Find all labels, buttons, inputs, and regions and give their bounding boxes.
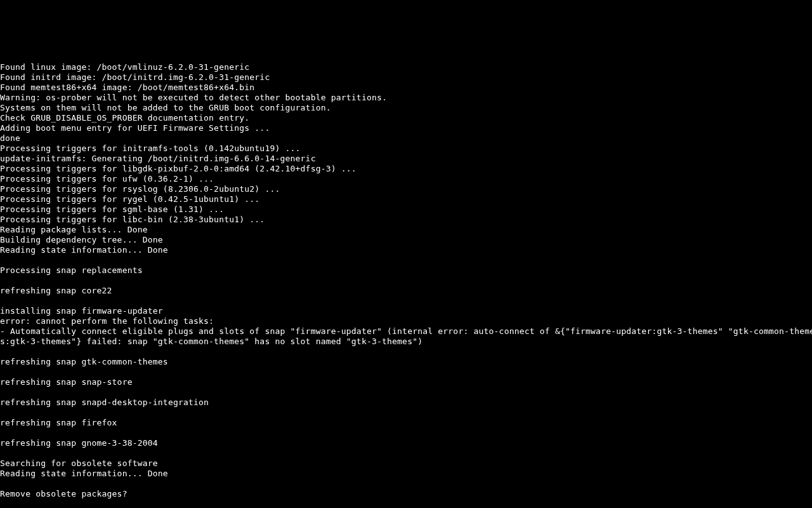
terminal-line: update-initramfs: Generating /boot/initr… [0, 154, 812, 164]
terminal-line: refreshing snap snapd-desktop-integratio… [0, 398, 812, 408]
terminal-line: refreshing snap snap-store [0, 377, 812, 387]
terminal-line: error: cannot perform the following task… [0, 316, 812, 326]
terminal-line: refreshing snap gtk-common-themes [0, 357, 812, 367]
terminal-line [0, 347, 812, 357]
terminal-line: Searching for obsolete software [0, 458, 812, 469]
terminal-line [0, 448, 812, 458]
terminal-line: Found initrd image: /boot/initrd.img-6.2… [0, 72, 812, 83]
terminal-line: Reading state information... Done [0, 245, 812, 255]
terminal-line: Reading package lists... Done [0, 225, 812, 235]
terminal-line: refreshing snap core22 [0, 286, 812, 296]
terminal-line: refreshing snap gnome-3-38-2004 [0, 438, 812, 448]
terminal-line [0, 296, 812, 306]
terminal-line: - Automatically connect eligible plugs a… [0, 326, 812, 337]
terminal-line [0, 367, 812, 377]
terminal-line: Found linux image: /boot/vmlinuz-6.2.0-3… [0, 62, 812, 72]
terminal-line: Warning: os-prober will not be executed … [0, 93, 812, 103]
terminal-line [0, 428, 812, 438]
terminal-line [0, 276, 812, 286]
terminal-line: installing snap firmware-updater [0, 306, 812, 316]
terminal-line: Processing triggers for initramfs-tools … [0, 144, 812, 154]
terminal-line [0, 499, 812, 508]
terminal-line: s:gtk-3-themes"} failed: snap "gtk-commo… [0, 337, 812, 347]
terminal-line: Processing triggers for sgml-base (1.31)… [0, 204, 812, 215]
terminal-line [0, 255, 812, 265]
terminal-line: Processing triggers for libc-bin (2.38-3… [0, 215, 812, 225]
terminal-line: Remove obsolete packages? [0, 489, 812, 499]
terminal-output[interactable]: Found linux image: /boot/vmlinuz-6.2.0-3… [0, 41, 812, 508]
terminal-line: Processing triggers for rygel (0.42.5-1u… [0, 194, 812, 204]
terminal-line: Adding boot menu entry for UEFI Firmware… [0, 123, 812, 133]
terminal-line: Processing triggers for libgdk-pixbuf-2.… [0, 164, 812, 174]
terminal-line: Processing triggers for rsyslog (8.2306.… [0, 184, 812, 194]
terminal-line [0, 479, 812, 489]
terminal-line: Reading state information... Done [0, 469, 812, 479]
terminal-line [0, 408, 812, 418]
terminal-line: Found memtest86+x64 image: /boot/memtest… [0, 83, 812, 93]
terminal-line: done [0, 133, 812, 144]
terminal-line: Building dependency tree... Done [0, 235, 812, 245]
terminal-line: refreshing snap firefox [0, 418, 812, 428]
terminal-line: Systems on them will not be added to the… [0, 103, 812, 113]
terminal-line: Check GRUB_DISABLE_OS_PROBER documentati… [0, 113, 812, 123]
terminal-line: Processing triggers for ufw (0.36.2-1) .… [0, 174, 812, 184]
terminal-line [0, 387, 812, 398]
terminal-line: Processing snap replacements [0, 265, 812, 276]
